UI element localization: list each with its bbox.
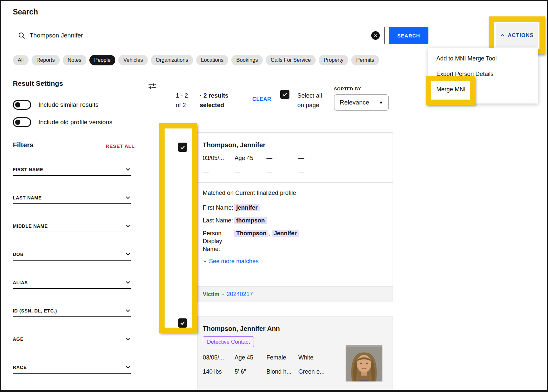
page-title: Search <box>13 8 38 16</box>
chevron-down-icon <box>125 167 131 172</box>
include-similar-results-toggle[interactable] <box>13 100 31 110</box>
chevron-down-icon <box>125 364 131 370</box>
info-cell: — <box>235 168 266 175</box>
person-name[interactable]: Thompson, Jennifer <box>203 133 387 149</box>
report-number-link[interactable]: 20240217 <box>227 291 253 298</box>
tab-vehicles[interactable]: Vehicles <box>118 55 148 65</box>
highlighted-match-term: Jennifer <box>272 230 299 237</box>
see-more-label: See more matches <box>209 258 259 265</box>
filter-race[interactable]: RACE <box>13 358 131 374</box>
actions-button[interactable]: ACTIONS <box>496 23 538 47</box>
result-1-checkbox[interactable] <box>178 143 187 152</box>
clear-selection-button[interactable]: CLEAR <box>252 96 271 102</box>
entity-tabs: AllReportsNotesPeopleVehiclesOrganizatio… <box>13 55 379 65</box>
info-cell: White <box>298 354 330 361</box>
checkbox-column-highlight-box <box>159 123 197 333</box>
info-cell: 03/05/... <box>203 354 235 361</box>
include-old-profiles-toggle[interactable] <box>13 117 31 127</box>
filter-alias[interactable]: ALIAS <box>13 273 131 289</box>
filter-label: LAST NAME <box>13 195 42 200</box>
filter-label: DOB <box>13 252 24 257</box>
info-cell: — <box>266 168 298 175</box>
highlighted-match-term: thompson <box>234 217 267 224</box>
sort-dropdown[interactable]: Relevance ▼ <box>334 94 389 111</box>
matched-on-text: Matched on Current finalized profile <box>203 183 387 196</box>
select-all-line2: on page <box>297 100 322 110</box>
actions-menu: Add to MNI Merge ToolExport Person Detai… <box>428 48 538 104</box>
info-cell: Blond h... <box>266 368 298 375</box>
tab-notes[interactable]: Notes <box>63 55 86 65</box>
filter-label: MIDDLE NAME <box>13 223 48 229</box>
filter-label: RACE <box>13 365 27 370</box>
search-box: ✕ <box>13 27 385 44</box>
result-range-line1: 1 - 2 <box>176 91 188 100</box>
results-selected-line1: · 2 results <box>200 91 228 100</box>
filter-list: FIRST NAMELAST NAMEMIDDLE NAMEDOBALIASID… <box>13 160 131 386</box>
filter-first-name[interactable]: FIRST NAME <box>13 160 131 176</box>
match-label: Person Display Name: <box>203 229 234 253</box>
tab-permits[interactable]: Permits <box>351 55 379 65</box>
detective-contact-badge: Detective Contact <box>203 336 254 347</box>
select-all-checkbox[interactable] <box>280 90 289 99</box>
next-section-strip <box>197 389 393 391</box>
filter-age[interactable]: AGE <box>13 330 131 345</box>
tab-calls-for-service[interactable]: Calls For Service <box>266 55 316 65</box>
tab-bookings[interactable]: Bookings <box>231 55 263 65</box>
match-values: Thompson, Jennifer <box>234 229 299 253</box>
chevron-down-icon <box>125 251 131 257</box>
filters-title: Filters <box>13 141 34 149</box>
highlighted-match-term: jennifer <box>234 204 260 211</box>
menu-item-export-person-details[interactable]: Export Person Details <box>428 66 538 82</box>
filter-last-name[interactable]: LAST NAME <box>13 188 131 204</box>
person-info-row: ———— <box>203 168 387 175</box>
involvement-strip: Victim - 20240217 <box>197 286 393 302</box>
tab-reports[interactable]: Reports <box>32 55 60 65</box>
match-values: thompson <box>234 217 267 224</box>
select-all-label: Select all on page <box>297 91 322 110</box>
result-display-settings-icon[interactable] <box>148 82 157 91</box>
highlighted-match-term: Thompson <box>234 230 268 237</box>
filter-id-ssn-dl-etc[interactable]: ID (SSN, DL, ETC.) <box>13 301 131 317</box>
tab-all[interactable]: All <box>13 55 29 65</box>
toggle-row-old-profiles: Include old profile versions <box>13 117 112 127</box>
match-row-person-display-name: Person Display Name:Thompson, Jennifer <box>203 229 387 253</box>
result-settings-title: Result Settings <box>13 80 63 87</box>
chevron-down-icon <box>125 308 131 313</box>
sorted-by-label: SORTED BY <box>334 86 361 91</box>
search-button[interactable]: SEARCH <box>389 27 428 44</box>
result-range: 1 - 2 of 2 <box>176 91 188 110</box>
match-row-first-name: First Name:jennifer <box>203 204 387 212</box>
tab-organizations[interactable]: Organizations <box>151 55 193 65</box>
see-more-matches-link[interactable]: See more matches <box>203 258 387 265</box>
filter-middle-name[interactable]: MIDDLE NAME <box>13 217 131 232</box>
toggle-row-similar-results: Include similar results <box>13 100 99 110</box>
filter-dob[interactable]: DOB <box>13 245 131 261</box>
menu-item-merge-mni[interactable]: Merge MNI <box>428 82 538 97</box>
match-label: Last Name: <box>203 217 234 224</box>
person-name[interactable]: Thompson, Jennifer Ann <box>203 316 387 333</box>
info-cell: 03/05/... <box>203 155 235 162</box>
result-card-1[interactable]: Thompson, Jennifer 03/05/...Age 45—— ———… <box>197 132 393 302</box>
tab-people[interactable]: People <box>89 55 116 65</box>
results-selected-count: · 2 results selected <box>200 91 228 110</box>
filter-label: FIRST NAME <box>13 167 43 172</box>
filter-label: ID (SSN, DL, ETC.) <box>13 308 57 313</box>
chevron-down-icon <box>125 195 131 200</box>
person-photo <box>346 345 382 381</box>
match-row-last-name: Last Name:thompson <box>203 217 387 224</box>
reset-all-filters-button[interactable]: RESET ALL <box>100 143 135 149</box>
result-2-checkbox[interactable] <box>178 318 187 328</box>
info-cell: 5' 6" <box>235 368 266 375</box>
toggle-knob <box>15 120 20 125</box>
search-input[interactable] <box>30 32 371 39</box>
result-card-2[interactable]: Thompson, Jennifer Ann Detective Contact… <box>197 316 393 391</box>
tab-locations[interactable]: Locations <box>196 55 229 65</box>
info-cell: — <box>203 168 235 175</box>
info-cell: — <box>266 155 298 162</box>
tab-property[interactable]: Property <box>319 55 348 65</box>
clear-search-icon[interactable]: ✕ <box>371 31 380 40</box>
menu-item-add-to-mni-merge-tool[interactable]: Add to MNI Merge Tool <box>428 51 538 66</box>
filter-label: AGE <box>13 336 23 342</box>
result-range-line2: of 2 <box>176 100 188 110</box>
search-page: Search ✕ SEARCH ACTIONS Add to MNI Merge… <box>0 0 548 392</box>
